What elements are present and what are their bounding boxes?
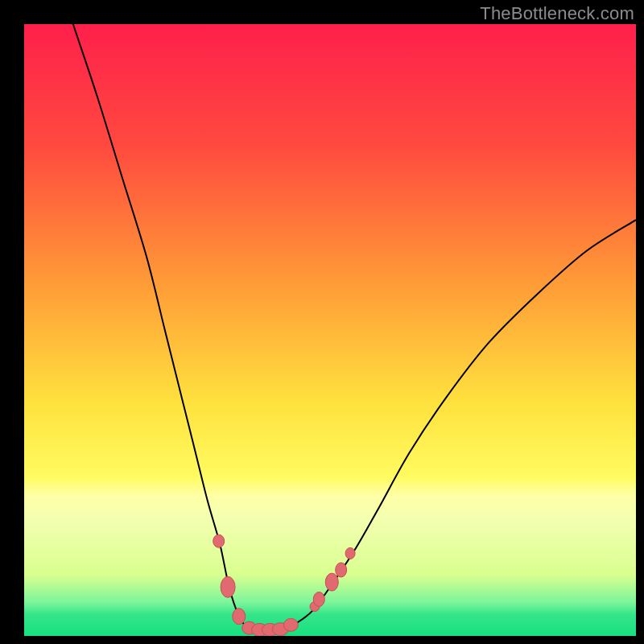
curve-marker [325, 573, 338, 591]
curve-marker [313, 592, 324, 606]
plot-background [24, 24, 636, 636]
watermark-label: TheBottleneck.com [480, 3, 634, 24]
curve-marker [283, 618, 298, 631]
bottleneck-chart [0, 0, 644, 644]
curve-marker [345, 547, 355, 559]
curve-marker [233, 609, 246, 625]
curve-marker [221, 576, 235, 597]
chart-stage: TheBottleneck.com [0, 0, 644, 644]
curve-marker [336, 563, 347, 577]
curve-marker [213, 535, 225, 547]
